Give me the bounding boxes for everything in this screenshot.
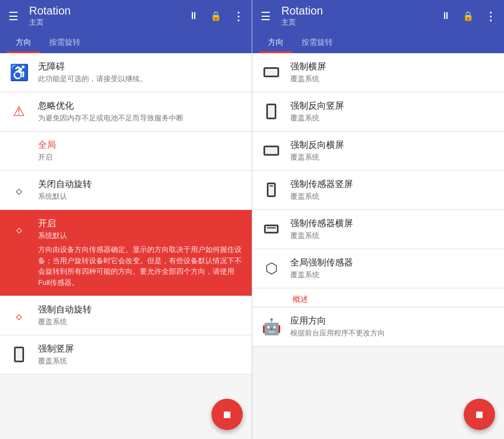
list-item[interactable]: 强制反向竖屏 覆盖系统 <box>252 92 504 132</box>
left-header-right <box>187 10 245 23</box>
item-subtitle: 覆盖系统 <box>38 317 243 327</box>
right-tabs: 方向 按需旋转 <box>252 32 504 53</box>
item-title: 强制传感器横屏 <box>290 218 495 230</box>
list-item[interactable]: 强制传感器竖屏 覆盖系统 <box>252 171 504 210</box>
item-subtitle: 覆盖系统 <box>290 270 495 280</box>
list-item[interactable]: 全局 开启 <box>0 132 252 171</box>
left-panel: Rotation 主页 方向 按需旋转 ♿ 无障碍 此功能是可选的，请接受以继续… <box>0 0 252 439</box>
item-subtitle: 覆盖系统 <box>290 152 495 162</box>
item-title: 强制横屏 <box>290 61 495 73</box>
list-item[interactable]: ⬡ 全局强制传感器 覆盖系统 <box>252 249 504 288</box>
right-pause-icon[interactable] <box>439 10 453 23</box>
right-header-right <box>439 10 497 23</box>
left-app-title: Rotation <box>29 4 71 17</box>
item-subtitle: 覆盖系统 <box>290 192 495 202</box>
right-header-left: Rotation 主页 <box>259 4 323 27</box>
list-item[interactable]: 强制传感器横屏 覆盖系统 <box>252 210 504 249</box>
item-title: 全局 <box>38 139 243 151</box>
list-item[interactable]: ♿ 无障碍 此功能是可选的，请接受以继续。 <box>0 53 252 92</box>
list-item[interactable]: ⬦ 强制自动旋转 覆盖系统 <box>0 296 252 335</box>
force-rev-landscape-icon <box>261 141 281 161</box>
right-tab-direction[interactable]: 方向 <box>259 32 293 53</box>
item-subtitle: 覆盖系统 <box>290 231 495 241</box>
full-sensor-icon: ⬡ <box>261 258 281 278</box>
list-item[interactable]: ⚠ 忽略优化 为避免因内存不足或电池不足而导致服务中断 <box>0 92 252 132</box>
item-subtitle: 系统默认 <box>38 192 243 202</box>
force-portrait-icon <box>9 344 29 365</box>
list-item-highlighted[interactable]: ⬦ 开启 系统默认 方向由设备方向传感器确定。显示的方向取决于用户如何握住设备；… <box>0 210 252 296</box>
left-tabs: 方向 按需旋转 <box>0 32 252 53</box>
left-tab-on-demand[interactable]: 按需旋转 <box>40 32 90 53</box>
force-auto-icon: ⬦ <box>9 305 29 325</box>
item-title: 强制反向竖屏 <box>290 100 495 112</box>
item-subtitle: 为避免因内存不足或电池不足而导致服务中断 <box>38 113 243 123</box>
item-subtitle: 覆盖系统 <box>38 356 243 366</box>
item-title: 强制自动旋转 <box>38 304 243 316</box>
left-title-group: Rotation 主页 <box>29 4 71 27</box>
right-hamburger-icon[interactable] <box>259 10 272 23</box>
item-subtitle: 开启 <box>38 152 243 162</box>
section-label-overview: 概述 <box>252 288 504 307</box>
item-title: 强制反向横屏 <box>290 139 495 151</box>
right-title-group: Rotation 主页 <box>281 4 323 27</box>
item-title: 忽略优化 <box>38 100 243 112</box>
left-app-subtitle: 主页 <box>29 17 71 27</box>
right-more-icon[interactable] <box>484 10 497 23</box>
right-tab-on-demand[interactable]: 按需旋转 <box>293 32 342 53</box>
sensor-portrait-icon <box>261 180 281 200</box>
device-icon: ⬦ <box>9 180 29 200</box>
list-item[interactable]: 🤖 应用方向 根据前台应用程序不更改方向 <box>252 307 504 347</box>
item-title: 开启 <box>38 218 243 230</box>
item-subtitle: 根据前台应用程序不更改方向 <box>290 328 495 338</box>
list-item[interactable]: ⬦ 关闭自动旋转 系统默认 <box>0 171 252 210</box>
item-subtitle: 此功能是可选的，请接受以继续。 <box>38 74 243 84</box>
item-subtitle: 覆盖系统 <box>290 74 495 84</box>
item-subtitle: 系统默认 <box>38 231 243 241</box>
item-title: 关闭自动旋转 <box>38 179 243 190</box>
right-app-title: Rotation <box>281 4 323 17</box>
list-item[interactable]: 强制竖屏 覆盖系统 <box>0 335 252 375</box>
left-pause-icon[interactable] <box>187 10 200 23</box>
item-title: 强制传感器竖屏 <box>290 179 495 190</box>
item-subtitle: 覆盖系统 <box>290 113 495 123</box>
left-panel-wrapper: ♿ 无障碍 此功能是可选的，请接受以继续。 ⚠ 忽略优化 为避免因内存不足或电池… <box>0 53 252 439</box>
item-title: 应用方向 <box>290 315 495 327</box>
list-item[interactable]: 强制横屏 覆盖系统 <box>252 53 504 92</box>
right-panel: Rotation 主页 方向 按需旋转 强制横屏 <box>252 0 504 439</box>
list-item[interactable]: 强制反向横屏 覆盖系统 <box>252 132 504 171</box>
warning-icon: ⚠ <box>9 101 29 122</box>
left-header-left: Rotation 主页 <box>7 4 71 27</box>
force-rev-portrait-icon <box>261 101 281 122</box>
force-landscape-icon <box>261 62 281 82</box>
right-list: 强制横屏 覆盖系统 强制反向竖屏 覆盖系统 <box>252 53 504 439</box>
left-tab-direction[interactable]: 方向 <box>7 32 40 53</box>
right-fab[interactable]: ■ <box>464 399 495 430</box>
rotate-icon: ⬦ <box>9 219 29 239</box>
accessibility-icon: ♿ <box>9 62 29 82</box>
left-header: Rotation 主页 <box>0 0 252 32</box>
sensor-landscape-icon <box>261 219 281 239</box>
left-hamburger-icon[interactable] <box>7 10 20 23</box>
left-list: ♿ 无障碍 此功能是可选的，请接受以继续。 ⚠ 忽略优化 为避免因内存不足或电池… <box>0 53 252 439</box>
item-desc: 方向由设备方向传感器确定。显示的方向取决于用户如何握住设备；当用户旋转设备时它会… <box>38 244 243 288</box>
left-fab[interactable]: ■ <box>211 399 243 430</box>
right-header: Rotation 主页 <box>252 0 504 32</box>
item-title: 无障碍 <box>38 61 243 73</box>
left-more-icon[interactable] <box>232 10 245 23</box>
item-title: 强制竖屏 <box>38 343 243 355</box>
right-app-subtitle: 主页 <box>281 17 323 27</box>
android-icon: 🤖 <box>261 316 281 337</box>
right-panel-wrapper: 强制横屏 覆盖系统 强制反向竖屏 覆盖系统 <box>252 53 504 439</box>
left-lock-icon[interactable] <box>209 10 223 23</box>
section-label-text: 概述 <box>293 295 308 303</box>
right-lock-icon[interactable] <box>461 10 475 23</box>
global-icon <box>9 141 29 161</box>
item-title: 全局强制传感器 <box>290 257 495 269</box>
